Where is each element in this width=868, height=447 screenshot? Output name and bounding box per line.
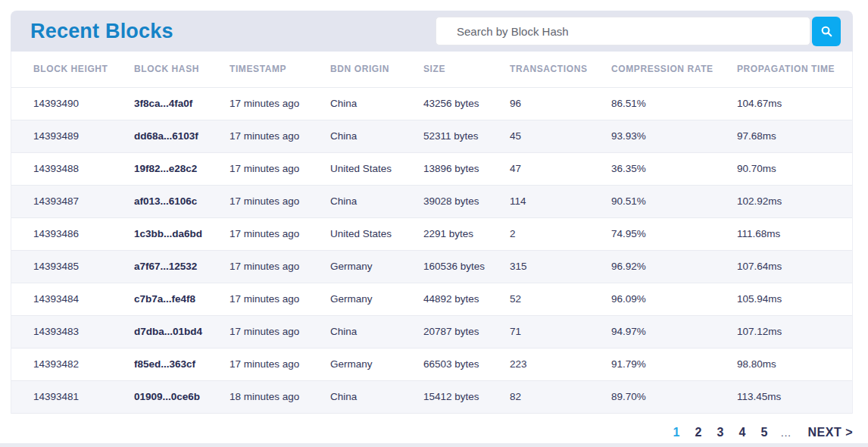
table-row: 14393484 c7b7a...fe4f8 17 minutes ago Ge… [11,283,852,315]
pagination: 12345 ... NEXT > [666,426,853,439]
cell-block-hash: dd68a...6103f [134,120,229,152]
block-hash-link[interactable]: 3f8ca...4fa0f [134,98,192,109]
pagination-page-5[interactable]: 5 [754,426,776,439]
cell-block-height: 14393483 [11,315,134,348]
blocks-table: BLOCK HEIGHT BLOCK HASH TIMESTAMP BDN OR… [11,52,852,414]
cell-compression-rate: 74.95% [611,217,737,250]
pagination-page-1[interactable]: 1 [666,426,688,439]
cell-block-height: 14393486 [11,217,134,250]
cell-compression-rate: 96.92% [611,250,737,283]
pagination-page-3[interactable]: 3 [710,426,732,439]
col-size: SIZE [423,52,510,87]
block-hash-link[interactable]: d7dba...01bd4 [134,326,202,337]
cell-transactions: 315 [510,250,611,283]
cell-size: 13896 bytes [423,152,510,185]
cell-propagation-time: 90.70ms [737,152,852,185]
cell-transactions: 52 [510,283,611,315]
cell-propagation-time: 102.92ms [737,185,852,217]
search-box [436,17,841,46]
block-hash-link[interactable]: 1c3bb...da6bd [134,228,202,239]
cell-block-hash: 19f82...e28c2 [134,152,229,185]
cell-transactions: 47 [510,152,611,185]
cell-block-hash: a7f67...12532 [134,250,229,283]
cell-block-height: 14393484 [11,283,134,315]
col-propagation-time: PROPAGATION TIME [737,52,852,87]
cell-size: 160536 bytes [423,250,510,283]
cell-size: 66503 bytes [423,348,510,380]
block-hash-link[interactable]: 19f82...e28c2 [134,163,197,174]
pagination-pages: 12345 [666,426,776,439]
cell-timestamp: 18 minutes ago [229,380,330,413]
pagination-next-button[interactable]: NEXT > [808,426,853,439]
cell-transactions: 223 [510,348,611,380]
cell-bdn-origin: China [330,185,423,217]
cell-timestamp: 17 minutes ago [229,283,330,315]
table-row: 14393486 1c3bb...da6bd 17 minutes ago Un… [11,217,852,250]
cell-transactions: 71 [510,315,611,348]
cell-timestamp: 17 minutes ago [229,185,330,217]
search-icon [820,25,833,38]
cell-transactions: 96 [510,87,611,120]
cell-bdn-origin: China [330,120,423,152]
cell-timestamp: 17 minutes ago [229,87,330,120]
search-input[interactable] [436,17,810,45]
cell-bdn-origin: China [330,87,423,120]
cell-compression-rate: 91.79% [611,348,737,380]
block-hash-link[interactable]: f85ed...363cf [134,358,195,370]
cell-block-hash: c7b7a...fe4f8 [134,283,229,315]
cell-propagation-time: 104.67ms [737,87,852,120]
pagination-ellipsis: ... [776,427,798,439]
search-button[interactable] [812,17,841,46]
cell-propagation-time: 113.45ms [737,380,852,413]
cell-propagation-time: 111.68ms [737,217,852,250]
cell-size: 43256 bytes [423,87,510,120]
cell-bdn-origin: United States [330,152,423,185]
col-bdn-origin: BDN ORIGIN [330,52,423,87]
cell-propagation-time: 107.64ms [737,250,852,283]
recent-blocks-panel: Recent Blocks BLOCK HEIGHT [11,11,853,414]
cell-block-height: 14393490 [11,87,134,120]
cell-block-hash: f85ed...363cf [134,348,229,380]
cell-propagation-time: 97.68ms [737,120,852,152]
cell-bdn-origin: Germany [330,348,423,380]
cell-block-height: 14393482 [11,348,134,380]
block-hash-link[interactable]: dd68a...6103f [134,130,198,142]
cell-propagation-time: 98.80ms [737,348,852,380]
cell-propagation-time: 105.94ms [737,283,852,315]
cell-block-height: 14393481 [11,380,134,413]
cell-block-hash: d7dba...01bd4 [134,315,229,348]
cell-compression-rate: 86.51% [611,87,737,120]
cell-bdn-origin: United States [330,217,423,250]
cell-transactions: 82 [510,380,611,413]
table-header-row: BLOCK HEIGHT BLOCK HASH TIMESTAMP BDN OR… [11,52,852,87]
cell-compression-rate: 90.51% [611,185,737,217]
table-row: 14393490 3f8ca...4fa0f 17 minutes ago Ch… [11,87,852,120]
cell-block-hash: af013...6106c [134,185,229,217]
table-row: 14393485 a7f67...12532 17 minutes ago Ge… [11,250,852,283]
block-hash-link[interactable]: a7f67...12532 [134,261,197,272]
cell-timestamp: 17 minutes ago [229,217,330,250]
cell-timestamp: 17 minutes ago [229,120,330,152]
cell-size: 52311 bytes [423,120,510,152]
cell-size: 44892 bytes [423,283,510,315]
cell-block-height: 14393489 [11,120,134,152]
block-hash-link[interactable]: 01909...0ce6b [134,391,200,402]
table-row: 14393489 dd68a...6103f 17 minutes ago Ch… [11,120,852,152]
block-hash-link[interactable]: af013...6106c [134,195,197,207]
table-row: 14393488 19f82...e28c2 17 minutes ago Un… [11,152,852,185]
col-compression-rate: COMPRESSION RATE [611,52,737,87]
pagination-page-2[interactable]: 2 [688,426,710,439]
col-block-height: BLOCK HEIGHT [11,52,134,87]
col-block-hash: BLOCK HASH [134,52,229,87]
pagination-page-4[interactable]: 4 [732,426,754,439]
cell-compression-rate: 93.93% [611,120,737,152]
cell-timestamp: 17 minutes ago [229,348,330,380]
table-row: 14393487 af013...6106c 17 minutes ago Ch… [11,185,852,217]
cell-size: 2291 bytes [423,217,510,250]
table-row: 14393482 f85ed...363cf 17 minutes ago Ge… [11,348,852,380]
bottom-strip [0,443,868,447]
cell-block-height: 14393487 [11,185,134,217]
cell-propagation-time: 107.12ms [737,315,852,348]
cell-bdn-origin: China [330,380,423,413]
block-hash-link[interactable]: c7b7a...fe4f8 [134,293,195,305]
